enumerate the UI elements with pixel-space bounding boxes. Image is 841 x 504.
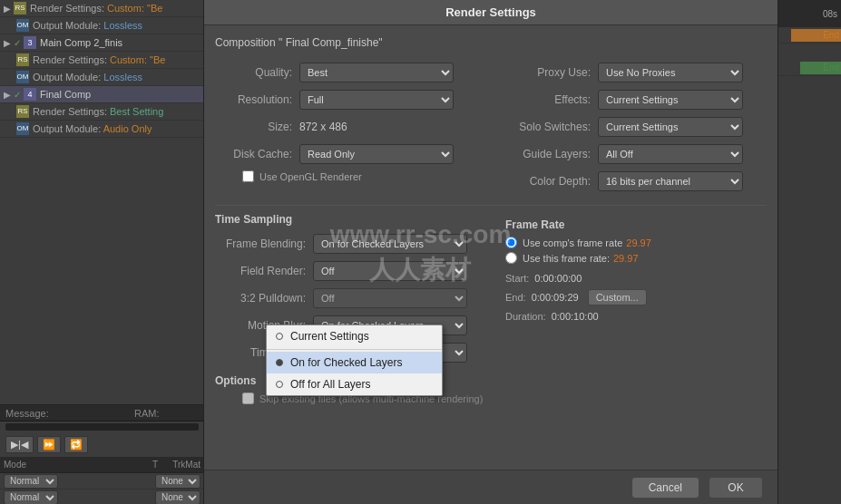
guide-layers-select[interactable]: All Off All On	[598, 144, 743, 164]
frame-blending-row: Frame Blending: On for Checked Layers Of…	[215, 233, 482, 255]
size-row: Size: 872 x 486	[215, 116, 482, 138]
dialog-title: Render Settings	[204, 0, 777, 25]
cancel-button[interactable]: Cancel	[631, 477, 699, 499]
disk-cache-label: Disk Cache:	[215, 148, 292, 160]
opengl-checkbox[interactable]	[242, 170, 254, 182]
end-label: End:	[505, 292, 526, 303]
list-item[interactable]: OM Output Module: Lossless	[0, 69, 203, 86]
motion-blur-dropdown[interactable]: Current Settings On for Checked Layers O…	[266, 325, 443, 396]
expand-arrow: ▶	[4, 90, 11, 100]
duration-value: 0:00:10:00	[552, 311, 599, 322]
use-comp-framerate-value: 29.97	[626, 237, 651, 248]
ram-preview-btn[interactable]: ▶|◀	[5, 436, 34, 453]
mode-col-label: Mode	[4, 460, 146, 470]
ok-button[interactable]: OK	[709, 477, 763, 499]
render-settings-dialog: Render Settings Composition " Final Comp…	[204, 0, 777, 504]
list-item-label: Render Settings:	[33, 54, 107, 65]
right-settings-col: Proxy Use: Use No Proxies Use All Proxie…	[500, 62, 767, 198]
color-depth-row: Color Depth: 16 bits per channel 8 bits …	[500, 170, 767, 192]
frame-rate-title: Frame Rate	[505, 218, 761, 231]
check-icon: ✓	[14, 38, 21, 48]
resolution-select[interactable]: Full Half Third Quarter	[299, 90, 454, 110]
use-comp-frame-rate-row: Use comp's frame rate 29.97	[505, 237, 761, 248]
list-item-label: Output Module:	[33, 72, 101, 82]
ram-label: RAM:	[134, 408, 199, 419]
list-item[interactable]: ▶ ✓ 3 Main Comp 2_finis	[0, 34, 203, 52]
comp-icon: 4	[24, 88, 36, 101]
timeline-label-end-1: End	[823, 30, 839, 40]
layer-row: Normal None	[0, 473, 204, 489]
resolution-row: Resolution: Full Half Third Quarter	[215, 89, 482, 111]
settings-grid: Quality: Best Draft Wireframe Resolution…	[215, 62, 767, 198]
skip-files-checkbox[interactable]	[242, 393, 254, 404]
field-render-label: Field Render:	[215, 265, 306, 277]
quality-select[interactable]: Best Draft Wireframe	[299, 63, 454, 82]
none-select-2[interactable]: None	[155, 490, 200, 505]
time-sampling-title: Time Sampling	[215, 213, 482, 226]
solo-switches-label: Solo Switches:	[500, 121, 591, 133]
use-this-framerate-radio[interactable]	[505, 252, 517, 264]
custom-button[interactable]: Custom...	[588, 289, 647, 305]
controls-row: ▶|◀ ⏩ 🔁	[0, 432, 204, 457]
guide-layers-label: Guide Layers:	[500, 148, 591, 160]
resolution-label: Resolution:	[215, 93, 292, 106]
color-depth-label: Color Depth:	[500, 175, 591, 188]
field-render-select[interactable]: Off Upper Field First Lower Field First	[313, 261, 467, 281]
timeline-item-2: End	[778, 60, 841, 76]
dropdown-item-label: Current Settings	[290, 330, 369, 343]
frame-blending-select[interactable]: On for Checked Layers Off for All Layers…	[313, 234, 467, 254]
use-this-framerate-label[interactable]: Use this frame rate:	[523, 253, 610, 264]
list-item-label: Render Settings:	[30, 3, 104, 14]
list-item-label: Main Comp 2_finis	[40, 37, 122, 48]
opengl-row: Use OpenGL Renderer	[215, 170, 482, 182]
dropdown-item-current-settings[interactable]: Current Settings	[267, 325, 442, 347]
pulldown-select[interactable]: Off	[313, 288, 467, 308]
effects-label: Effects:	[500, 93, 591, 106]
timeline-item-1: End	[778, 27, 841, 44]
proxy-use-select[interactable]: Use No Proxies Use All Proxies Use Comp …	[598, 63, 743, 82]
use-this-framerate-value: 29.97	[613, 253, 639, 264]
guide-layers-row: Guide Layers: All Off All On	[500, 143, 767, 165]
dropdown-item-off-all[interactable]: Off for All Layers	[267, 373, 442, 395]
frame-rate-section: Frame Rate Use comp's frame rate 29.97 U…	[500, 213, 767, 369]
mode-select-2[interactable]: Normal	[4, 490, 58, 505]
right-panel: 08s End End	[777, 0, 841, 504]
use-comp-framerate-label[interactable]: Use comp's frame rate	[523, 237, 622, 248]
list-item[interactable]: RS Render Settings: Custom: "Be	[0, 52, 203, 69]
time-info: Start: 0:00:00:00 End: 0:00:09:29 Custom…	[505, 273, 761, 322]
mode-header-row: Mode T TrkMat	[0, 457, 204, 473]
duration-row: Duration: 0:00:10:00	[505, 311, 761, 322]
use-this-frame-rate-row: Use this frame rate: 29.97	[505, 252, 761, 264]
frame-blending-label: Frame Blending:	[215, 237, 306, 250]
use-comp-framerate-radio[interactable]	[505, 237, 517, 248]
none-select-1[interactable]: None	[155, 474, 200, 489]
skip-btn[interactable]: ⏩	[37, 436, 61, 453]
field-render-row: Field Render: Off Upper Field First Lowe…	[215, 260, 482, 282]
list-item[interactable]: ▶ ✓ 4 Final Comp	[0, 86, 203, 103]
solo-switches-row: Solo Switches: Current Settings All Off	[500, 116, 767, 138]
dropdown-item-label: Off for All Layers	[290, 378, 370, 391]
effects-select[interactable]: Current Settings All On All Off	[598, 90, 743, 110]
pulldown-row: 3:2 Pulldown: Off	[215, 287, 482, 309]
color-depth-select[interactable]: 16 bits per channel 8 bits per channel 3…	[598, 171, 743, 191]
mode-select-1[interactable]: Normal	[4, 474, 58, 489]
list-item-value: Audio Only	[101, 123, 152, 134]
dropdown-item-on-checked[interactable]: On for Checked Layers	[267, 352, 442, 373]
end-row: End: 0:00:09:29 Custom...	[505, 289, 761, 305]
list-item[interactable]: ▶ RS Render Settings: Custom: "Be	[0, 0, 203, 17]
solo-switches-select[interactable]: Current Settings All Off	[598, 117, 743, 137]
opengl-label[interactable]: Use OpenGL Renderer	[259, 171, 362, 182]
disk-cache-select[interactable]: Read Only Current Settings Read/Write	[299, 144, 454, 164]
list-item[interactable]: OM Output Module: Audio Only	[0, 121, 203, 138]
list-item[interactable]: RS Render Settings: Best Setting	[0, 103, 203, 121]
list-item[interactable]: OM Output Module: Lossless	[0, 17, 203, 34]
output-module-icon: OM	[16, 71, 29, 83]
expand-arrow: ▶	[4, 4, 11, 14]
comp-icon: 3	[24, 36, 36, 49]
quality-label: Quality:	[215, 66, 292, 79]
proxy-use-label: Proxy Use:	[500, 66, 591, 79]
size-label: Size:	[215, 121, 292, 133]
loop-btn[interactable]: 🔁	[64, 436, 88, 453]
expand-arrow: ▶	[4, 38, 11, 48]
output-module-icon: OM	[16, 122, 29, 135]
